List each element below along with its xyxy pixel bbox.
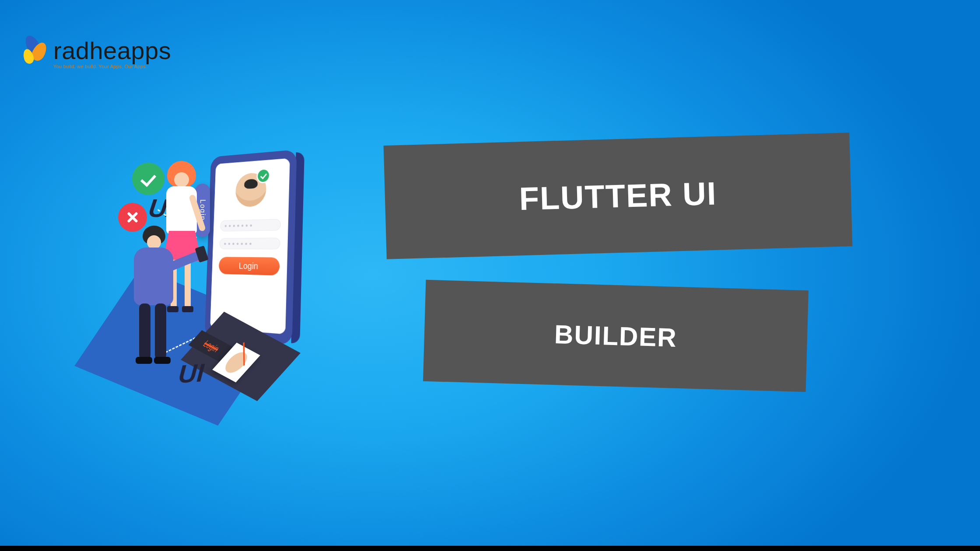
login-button-label: Login <box>239 261 259 271</box>
person-developer-male <box>123 226 193 374</box>
bottom-bar <box>0 546 980 551</box>
avatar-icon <box>235 172 266 207</box>
password-field-mock <box>220 238 280 250</box>
title-panel-line1: FLUTTER UI <box>384 133 853 259</box>
title-panel-line2: BUILDER <box>423 280 808 392</box>
brand-logo-mark <box>21 34 50 73</box>
rejected-login-label: Login <box>201 338 222 354</box>
brand-logo-tagline: You build, we build. Your Apps, Our Apps… <box>53 64 171 69</box>
hero-illustration: Login Login UX UI Login <box>88 144 332 389</box>
title-line1-text: FLUTTER UI <box>519 174 718 217</box>
phone-mockup: Login <box>205 150 297 345</box>
phone-screen: Login <box>210 158 290 335</box>
brand-logo-word: radheapps <box>53 38 171 63</box>
title-line2-text: BUILDER <box>554 319 677 353</box>
username-field-mock <box>220 219 281 231</box>
check-badge-icon <box>258 169 269 182</box>
brand-logo: radheapps You build, we build. Your Apps… <box>21 34 171 73</box>
login-button-mock: Login <box>219 257 280 276</box>
